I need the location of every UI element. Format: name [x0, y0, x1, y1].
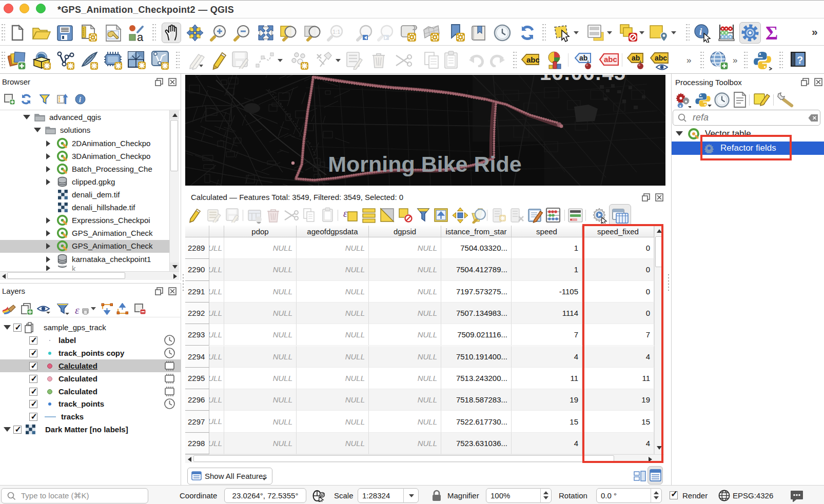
svg-text:abc: abc — [526, 55, 540, 64]
svg-text:1:1: 1:1 — [332, 29, 340, 35]
svg-text:abc: abc — [604, 55, 617, 64]
svg-text:ab: ab — [579, 54, 587, 62]
svg-text:abc: abc — [655, 54, 667, 62]
svg-text:i: i — [699, 26, 702, 37]
svg-text:16:06:45: 16:06:45 — [540, 75, 626, 84]
svg-text:i: i — [79, 96, 81, 104]
svg-text:a: a — [137, 31, 144, 42]
svg-text:ε: ε — [343, 208, 347, 219]
svg-text:?: ? — [797, 54, 803, 66]
svg-text:Morning Bike Ride: Morning Bike Ride — [328, 152, 521, 176]
svg-text:ab: ab — [632, 54, 640, 62]
